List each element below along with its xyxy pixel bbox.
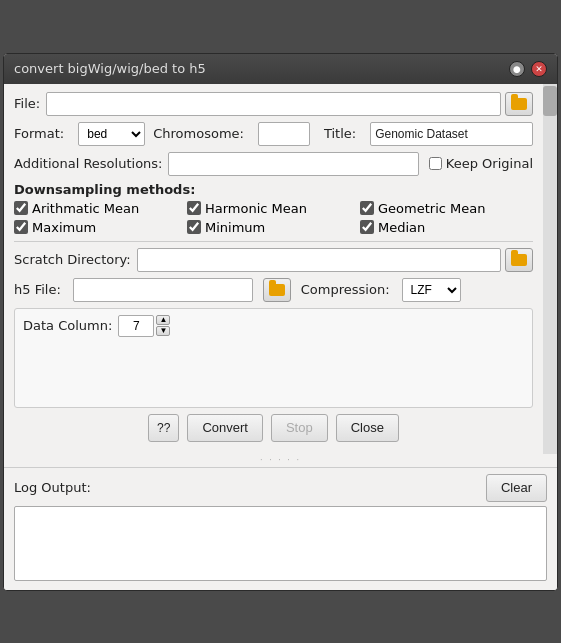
log-output-area[interactable] xyxy=(14,506,547,581)
data-column-label: Data Column: xyxy=(23,318,112,333)
scratch-dir-row: Scratch Directory: xyxy=(14,248,533,272)
data-column-spinner: ▲ ▼ xyxy=(118,315,170,337)
scrollbar-thumb[interactable] xyxy=(543,86,557,116)
folder-icon xyxy=(511,98,527,110)
chromosome-input[interactable] xyxy=(258,122,310,146)
main-window: convert bigWig/wig/bed to h5 ● ✕ File: F… xyxy=(3,53,558,591)
compression-select[interactable]: LZF GZIP None xyxy=(402,278,461,302)
main-content: File: Format: bed bigWig wig Chromosome:… xyxy=(4,84,557,454)
downsampling-section: Downsampling methods: Arithmatic Mean Ha… xyxy=(14,182,533,235)
format-select[interactable]: bed bigWig wig xyxy=(78,122,145,146)
median-label: Median xyxy=(378,220,425,235)
help-button[interactable]: ?? xyxy=(148,414,179,442)
close-window-button[interactable]: ✕ xyxy=(531,61,547,77)
median-checkbox[interactable] xyxy=(360,220,374,234)
file-input[interactable] xyxy=(46,92,501,116)
h5-browse-button[interactable] xyxy=(263,278,291,302)
file-browse-button[interactable] xyxy=(505,92,533,116)
h5-folder-icon xyxy=(269,284,285,296)
h5-file-input[interactable] xyxy=(73,278,253,302)
scratch-browse-button[interactable] xyxy=(505,248,533,272)
keep-original-wrapper: Keep Original xyxy=(429,156,533,171)
harmonic-mean-checkbox[interactable] xyxy=(187,201,201,215)
format-row: Format: bed bigWig wig Chromosome: Title… xyxy=(14,122,533,146)
minimum-checkbox[interactable] xyxy=(187,220,201,234)
log-output-label: Log Output: xyxy=(14,480,91,495)
geometric-mean-label: Geometric Mean xyxy=(378,201,485,216)
spinner-arrows: ▲ ▼ xyxy=(156,315,170,336)
minimum-item: Minimum xyxy=(187,220,360,235)
log-header: Log Output: Clear xyxy=(14,474,547,502)
keep-original-label: Keep Original xyxy=(446,156,533,171)
arith-mean-item: Arithmatic Mean xyxy=(14,201,187,216)
resize-handle[interactable]: · · · · · xyxy=(4,454,557,467)
spinner-down[interactable]: ▼ xyxy=(156,326,170,336)
stop-button[interactable]: Stop xyxy=(271,414,328,442)
minimum-label: Minimum xyxy=(205,220,265,235)
close-button[interactable]: Close xyxy=(336,414,399,442)
scrollbar-track[interactable] xyxy=(543,84,557,454)
additional-resolutions-row: Additional Resolutions: Keep Original xyxy=(14,152,533,176)
maximum-checkbox[interactable] xyxy=(14,220,28,234)
file-row: File: xyxy=(14,92,533,116)
spinner-up[interactable]: ▲ xyxy=(156,315,170,325)
geometric-mean-item: Geometric Mean xyxy=(360,201,533,216)
maximum-item: Maximum xyxy=(14,220,187,235)
log-section: Log Output: Clear xyxy=(4,467,557,590)
downsampling-label: Downsampling methods: xyxy=(14,182,533,197)
keep-original-checkbox[interactable] xyxy=(429,157,442,170)
title-input[interactable] xyxy=(370,122,533,146)
convert-button[interactable]: Convert xyxy=(187,414,263,442)
scratch-dir-label: Scratch Directory: xyxy=(14,252,131,267)
geometric-mean-checkbox[interactable] xyxy=(360,201,374,215)
window-title: convert bigWig/wig/bed to h5 xyxy=(14,61,206,76)
median-item: Median xyxy=(360,220,533,235)
scroll-area: File: Format: bed bigWig wig Chromosome:… xyxy=(4,84,543,454)
arith-mean-checkbox[interactable] xyxy=(14,201,28,215)
harmonic-mean-label: Harmonic Mean xyxy=(205,201,307,216)
scratch-folder-icon xyxy=(511,254,527,266)
format-label: Format: xyxy=(14,126,64,141)
titlebar-controls: ● ✕ xyxy=(509,61,547,77)
maximum-label: Maximum xyxy=(32,220,96,235)
menu-button[interactable]: ● xyxy=(509,61,525,77)
additional-resolutions-input[interactable] xyxy=(168,152,418,176)
arith-mean-label: Arithmatic Mean xyxy=(32,201,139,216)
compression-label: Compression: xyxy=(301,282,390,297)
clear-button[interactable]: Clear xyxy=(486,474,547,502)
titlebar: convert bigWig/wig/bed to h5 ● ✕ xyxy=(4,54,557,84)
additional-resolutions-label: Additional Resolutions: xyxy=(14,156,162,171)
action-row: ?? Convert Stop Close xyxy=(14,414,533,442)
scratch-dir-input[interactable] xyxy=(137,248,501,272)
file-label: File: xyxy=(14,96,40,111)
divider-1 xyxy=(14,241,533,242)
data-column-section: Data Column: ▲ ▼ xyxy=(14,308,533,408)
data-column-input[interactable] xyxy=(118,315,154,337)
data-column-row: Data Column: ▲ ▼ xyxy=(23,315,524,337)
chromosome-label: Chromosome: xyxy=(153,126,244,141)
downsampling-methods-grid: Arithmatic Mean Harmonic Mean Geometric … xyxy=(14,201,533,235)
h5-file-row: h5 File: Compression: LZF GZIP None xyxy=(14,278,533,302)
h5-file-label: h5 File: xyxy=(14,282,61,297)
title-label: Title: xyxy=(324,126,356,141)
harmonic-mean-item: Harmonic Mean xyxy=(187,201,360,216)
